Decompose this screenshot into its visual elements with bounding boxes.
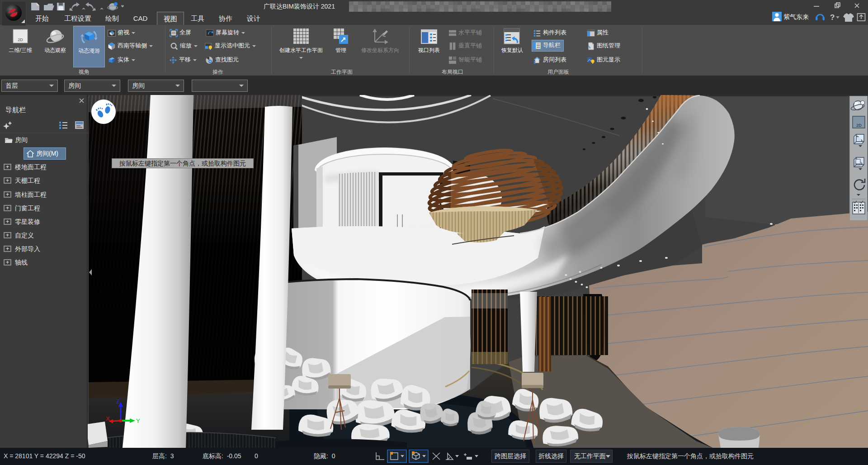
svg-text:紫气东来: 紫气东来 bbox=[783, 13, 809, 20]
svg-text:Y: Y bbox=[136, 418, 140, 424]
svg-text:Z: Z bbox=[116, 398, 120, 405]
svg-text:X: X bbox=[106, 415, 110, 422]
svg-text:2D: 2D bbox=[856, 123, 862, 128]
svg-text:导航栏: 导航栏 bbox=[5, 106, 26, 114]
svg-text:?: ? bbox=[830, 13, 835, 22]
svg-text:2D: 2D bbox=[18, 38, 23, 42]
